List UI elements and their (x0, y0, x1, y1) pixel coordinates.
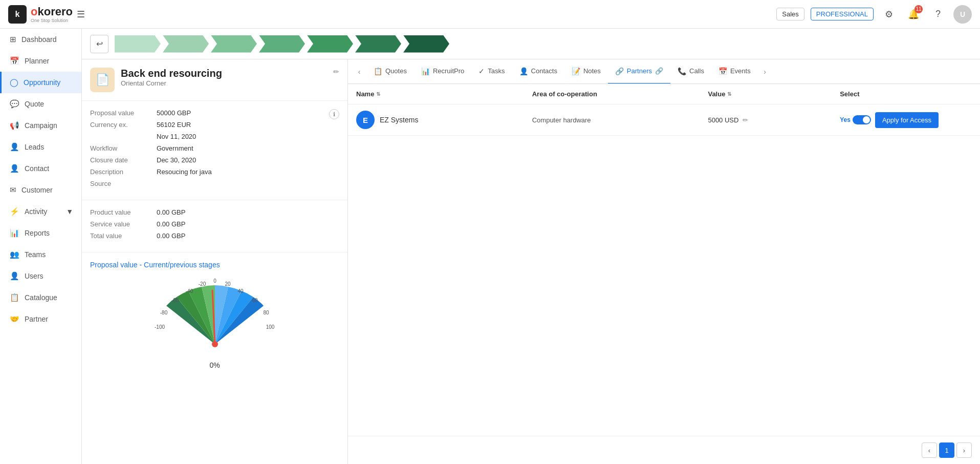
stage-3[interactable] (211, 35, 257, 53)
currency-label: Currency ex. (90, 121, 157, 129)
proposal-value: 50000 GBP (157, 109, 191, 117)
pagination-next-button[interactable]: › (956, 442, 972, 458)
gauge-title[interactable]: Proposal value - Current/previous stages (90, 261, 339, 269)
sidebar-item-reports[interactable]: 📊 Reports (0, 222, 81, 244)
edit-value-button[interactable]: ✏ (743, 116, 748, 124)
pagination-prev-button[interactable]: ‹ (922, 442, 937, 458)
sidebar-item-dashboard[interactable]: ⊞ Dashboard (0, 29, 81, 50)
sidebar-item-quote[interactable]: 💬 Quote (0, 93, 81, 115)
name-sort-icon[interactable]: ⇅ (376, 91, 380, 97)
tab-prev-button[interactable]: ‹ (352, 65, 366, 79)
svg-text:60: 60 (252, 298, 258, 303)
hamburger-icon[interactable]: ☰ (77, 9, 85, 20)
svg-text:-80: -80 (160, 310, 167, 315)
toggle-thumb (863, 116, 870, 123)
tab-recruitpro[interactable]: 📊 RecruitPro (414, 59, 471, 84)
workflow-label: Workflow (90, 144, 157, 152)
left-panel: 📄 Back end resourcing Oriental Corner ✏ … (82, 59, 348, 464)
stage-4[interactable] (259, 35, 305, 53)
pipeline-back-button[interactable]: ↩ (90, 35, 108, 53)
contact-icon: 👤 (10, 164, 19, 173)
col-value-label: Value (708, 90, 725, 98)
tab-events[interactable]: 📅 Events (711, 59, 758, 84)
user-avatar[interactable]: U (953, 5, 972, 24)
service-value: 0.00 GBP (157, 220, 185, 228)
sidebar-item-users[interactable]: 👤 Users (0, 265, 81, 287)
activity-chevron-icon: ▼ (66, 207, 73, 216)
detail-currency: Currency ex. 56102 EUR (90, 121, 339, 129)
tab-notes[interactable]: 📝 Notes (564, 59, 608, 84)
stage-7[interactable] (403, 35, 449, 53)
sidebar-item-activity[interactable]: ⚡ Activity ▼ (0, 201, 81, 222)
opportunity-company: Oriental Corner (121, 79, 222, 87)
col-select-label: Select (840, 90, 859, 98)
gauge-percent: 0% (148, 361, 281, 369)
source-label: Source (90, 180, 157, 187)
closure-label: Closure date (90, 156, 157, 164)
sidebar-label-reports: Reports (25, 229, 50, 237)
sidebar-label-contact: Contact (25, 164, 49, 173)
sidebar-item-catalogue[interactable]: 📋 Catalogue (0, 287, 81, 308)
sidebar-item-customer[interactable]: ✉ Customer (0, 179, 81, 201)
sidebar-item-contact[interactable]: 👤 Contact (0, 158, 81, 179)
stage-6[interactable] (355, 35, 401, 53)
pagination-page-1[interactable]: 1 (939, 442, 954, 458)
help-button[interactable]: ? (929, 5, 947, 24)
closure-value: Dec 30, 2020 (157, 156, 196, 164)
sidebar-item-leads[interactable]: 👤 Leads (0, 136, 81, 158)
apply-for-access-button[interactable]: Apply for Access (875, 112, 939, 128)
tasks-tab-icon: ✓ (478, 67, 485, 75)
stage-2[interactable] (163, 35, 209, 53)
sidebar-label-leads: Leads (25, 143, 44, 151)
sales-button[interactable]: Sales (776, 8, 804, 20)
info-icon-button[interactable]: ℹ (329, 109, 339, 119)
pipeline-bar: ↩ (82, 29, 980, 59)
tabs-bar: ‹ 📋 Quotes 📊 RecruitPro ✓ Tasks 👤 Contac… (348, 59, 980, 84)
professional-button[interactable]: PROFESSIONAL (811, 8, 874, 20)
stage-1[interactable] (115, 35, 161, 53)
col-name: Name ⇅ (356, 90, 532, 98)
sidebar-item-campaign[interactable]: 📢 Campaign (0, 115, 81, 136)
product-value-label: Product value (90, 208, 157, 216)
tab-calls[interactable]: 📞 Calls (670, 59, 711, 84)
gauge-section: Proposal value - Current/previous stages (82, 252, 347, 377)
sidebar-item-teams[interactable]: 👥 Teams (0, 244, 81, 265)
col-name-label: Name (356, 90, 374, 98)
opportunity-edit-button[interactable]: ✏ (333, 68, 339, 76)
gauge-container: -100 -80 -60 -40 -20 0 20 40 60 80 100 (90, 277, 339, 369)
stage-5[interactable] (307, 35, 353, 53)
tab-next-button[interactable]: › (758, 65, 772, 79)
settings-button[interactable]: ⚙ (880, 5, 898, 24)
gauge-svg: -100 -80 -60 -40 -20 0 20 40 60 80 100 (148, 278, 281, 357)
product-value: 0.00 GBP (157, 208, 185, 216)
notes-tab-icon: 📝 (572, 67, 580, 75)
users-icon: 👤 (10, 271, 19, 281)
planner-icon: 📅 (10, 56, 19, 66)
tab-tasks[interactable]: ✓ Tasks (471, 59, 512, 84)
notifications-button[interactable]: 🔔 11 (904, 5, 923, 24)
product-value-row: Product value 0.00 GBP (90, 208, 339, 216)
description-value: Resoucing for java (157, 168, 212, 176)
tab-contacts[interactable]: 👤 Contacts (512, 59, 564, 84)
table-row: E EZ Systems Computer hardware 5000 USD … (348, 104, 980, 136)
sidebar-label-quote: Quote (25, 100, 44, 108)
opportunity-header: 📄 Back end resourcing Oriental Corner ✏ (82, 59, 347, 101)
catalogue-icon: 📋 (10, 293, 19, 302)
toggle-label: Yes (840, 116, 851, 123)
toggle-track[interactable] (853, 115, 871, 124)
gauge-chart: -100 -80 -60 -40 -20 0 20 40 60 80 100 (148, 278, 281, 369)
customer-icon: ✉ (10, 185, 16, 195)
activity-icon: ⚡ (10, 207, 19, 216)
sidebar-item-partner[interactable]: 🤝 Partner (0, 308, 81, 330)
currency-value: 56102 EUR (157, 121, 191, 129)
value-sort-icon[interactable]: ⇅ (727, 91, 731, 97)
tab-quotes[interactable]: 📋 Quotes (366, 59, 414, 84)
sidebar-item-planner[interactable]: 📅 Planner (0, 50, 81, 72)
partner-select-cell: Yes Apply for Access (840, 112, 972, 128)
reports-icon: 📊 (10, 228, 19, 238)
header-right: Sales PROFESSIONAL ⚙ 🔔 11 ? U (776, 5, 972, 24)
col-select: Select (840, 90, 972, 98)
opportunity-icon-large: 📄 (90, 68, 115, 92)
tab-partners[interactable]: 🔗 Partners 🔗 (608, 59, 670, 84)
sidebar-item-opportunity[interactable]: ◯ Opportunity (0, 72, 81, 93)
